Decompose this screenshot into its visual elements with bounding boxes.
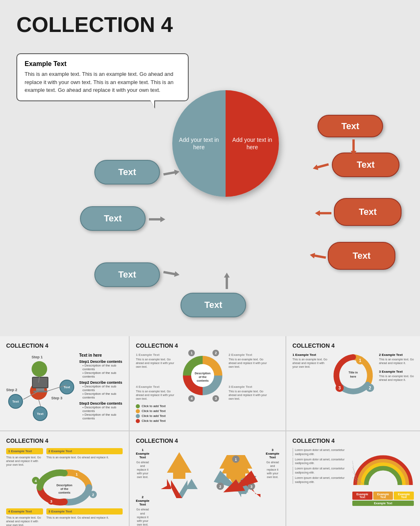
pie-chart: Add your text in here Add your text in h… [172, 90, 279, 197]
grid-cell-6: COLLECTION 4 Lorem ipsum dolor sit amet,… [286, 431, 420, 526]
center-pie-diagram: Add your text in here Add your text in h… [172, 90, 279, 197]
svg-text:of the: of the [199, 376, 207, 378]
eg4-c4: 4 Example Text This is an example text. … [6, 508, 43, 526]
svg-text:2: 2 [369, 386, 371, 390]
svg-line-3 [39, 399, 41, 406]
eg1-title-c3: 1 Example Text [292, 353, 327, 357]
eg3-title-c5: 3 Example Text [266, 448, 279, 459]
cell4-arrows-svg: 1 2 3 4 Description of the contents [23, 469, 105, 506]
pill-right-2: Text [332, 153, 399, 177]
pill-bottom: Text [180, 293, 246, 317]
eg1-body-c5: Go ahead and replace it with your own te… [136, 460, 149, 479]
page-title: COLLECTION 4 [0, 0, 420, 41]
hero-section: Example Text This is an example text. Th… [0, 41, 420, 336]
cell4-title: COLLECTION 4 [6, 437, 123, 444]
step2-desc: Step2 Describe contents [79, 380, 123, 385]
lorem4: Lorem ipsum dolor sit amet, consetetur s… [292, 476, 349, 484]
pie-left: Add your text in here [172, 90, 226, 197]
cell5-layout: 1 Example Text Go ahead and replace it w… [136, 448, 279, 526]
svg-text:3: 3 [50, 499, 52, 503]
svg-text:contents: contents [197, 379, 209, 382]
cell6-left: Lorem ipsum dolor sit amet, consetetur s… [292, 448, 349, 506]
svg-text:Title in: Title in [349, 371, 358, 374]
arrow-left2 [149, 216, 165, 222]
svg-text:1: 1 [235, 458, 237, 462]
cell6-title: COLLECTION 4 [292, 437, 414, 444]
speech-bubble: Example Text This is an example text. Th… [16, 53, 189, 101]
badge-4: 4 [188, 395, 195, 402]
pill-left-2: Text [80, 206, 146, 231]
eg3-title: 3 Example Text [228, 385, 269, 389]
pie-left-text: Add your text in here [172, 134, 226, 153]
cell6-rainbow: Example Text Example Text Example Text E… [352, 448, 414, 506]
cell2-title: COLLECTION 4 [136, 342, 279, 349]
bubble-title: Example Text [25, 60, 180, 68]
chip4: Example Text [352, 501, 414, 506]
eg4-title: 4 Example Text [136, 385, 177, 389]
bubble-text: This is an example text. This is an exam… [25, 70, 180, 94]
eg2-c4: 2 Example Text This is an example text. … [46, 448, 123, 467]
bottom-grid: COLLECTION 4 Step 1 Step 2 Step 3 Text T… [0, 336, 420, 526]
cell3-circular: 1 2 3 Title in here [331, 353, 376, 400]
arrow-left3 [163, 269, 180, 278]
eg2-body-c4: This is an example text. Go ahead and re… [46, 455, 123, 459]
eg2-body-c3: This is an example text. Go ahead and re… [379, 357, 414, 365]
legend-dot-4 [136, 419, 140, 423]
legend4-text: Click to add Text [142, 419, 166, 423]
legend-item-4: Click to add Text [136, 419, 279, 423]
legend-dot-3 [136, 414, 140, 418]
cell4-bottom: 4 Example Text This is an example text. … [6, 508, 123, 526]
svg-text:3: 3 [338, 386, 341, 390]
eg2-title: 2 Example Text [228, 353, 269, 357]
cell2-center: 1 2 Description of the contents 4 3 [180, 353, 225, 400]
step3-sub1: • Description of the sub contents [79, 405, 123, 413]
svg-text:of the: of the [61, 487, 68, 490]
cell3-title: COLLECTION 4 [292, 342, 414, 349]
cell5-triangle: 1 3 2 [209, 448, 262, 501]
svg-line-1 [23, 391, 39, 399]
svg-text:1: 1 [76, 472, 78, 476]
svg-line-2 [47, 385, 67, 391]
arrow-right2 [315, 210, 331, 216]
lorem3: Lorem ipsum dolor sit amet, consetetur s… [292, 467, 349, 475]
eg4-title-c4: 4 Example Text [6, 508, 43, 515]
legend1-text: Click to add Text [142, 404, 166, 408]
svg-text:1: 1 [359, 358, 361, 363]
step2-sub1: • Description of the sub contents [79, 385, 123, 392]
svg-text:4: 4 [35, 479, 37, 483]
node-diagram: Step 1 Step 2 Step 3 Text Text Text [6, 353, 76, 419]
svg-text:3: 3 [251, 485, 253, 489]
lorem2: Lorem ipsum dolor sit amet, consetetur s… [292, 458, 349, 466]
step3-sub2: • Description of the sub contents [79, 413, 123, 420]
grid-cell-3: COLLECTION 4 1 Example Text This is an e… [286, 336, 420, 430]
eg1-body: This is an example text. Go ahead and re… [136, 357, 177, 369]
pill-right-1: Text [317, 115, 383, 137]
chip3: Example Text [394, 492, 414, 500]
eg1-title-c5: 1 Example Text [136, 448, 149, 459]
grid-cell-4: COLLECTION 4 1 Example Text This is an e… [0, 431, 129, 526]
legend-item-1: Click to add Text [136, 404, 279, 408]
eg3-body: This is an example text. Go ahead and re… [228, 389, 269, 401]
grid-cell-1: COLLECTION 4 Step 1 Step 2 Step 3 Text T… [0, 336, 129, 430]
eg3-body-c4: This is an example text. Go ahead and re… [46, 516, 123, 519]
cell1-title: COLLECTION 4 [6, 342, 123, 349]
cell3-svg: 1 2 3 Title in here [331, 353, 376, 398]
cell2-legend: Click to add Text Click to add Text Clic… [136, 404, 279, 423]
chip-bar: Example Text Example Text Example Text E… [352, 492, 414, 506]
eg3-body-c5: Go ahead and replace it with your own te… [266, 460, 279, 479]
eg1-title: 1 Example Text [136, 353, 177, 357]
badge-3: 3 [212, 395, 219, 402]
arrow-right1 [312, 162, 329, 171]
arrow-right3 [309, 252, 326, 261]
eg2-body-c5: Go ahead and replace it with your own te… [136, 508, 149, 526]
legend-item-3: Click to add Text [136, 414, 279, 418]
svg-text:2: 2 [92, 493, 94, 497]
cell5-content: 1 Example Text Go ahead and replace it w… [136, 448, 279, 526]
eg1-body-c3: This is an example text. Go ahead and re… [292, 357, 327, 369]
eg4-body-c4: This is an example text. Go ahead and re… [6, 516, 43, 526]
legend-item-2: Click to add Text [136, 409, 279, 413]
eg2-body: This is an example text. Go ahead and re… [228, 357, 269, 369]
svg-text:Description: Description [57, 484, 73, 487]
cell6-layout: Lorem ipsum dolor sit amet, consetetur s… [292, 448, 414, 506]
cell5-title: COLLECTION 4 [136, 437, 279, 444]
